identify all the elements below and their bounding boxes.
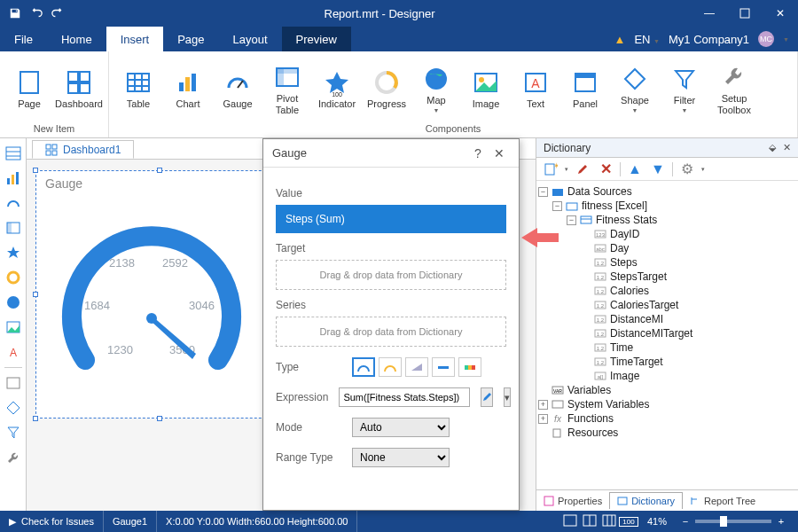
lang-selector[interactable]: EN ▼ <box>634 33 660 46</box>
dict-new-icon[interactable]: ✶ <box>542 160 559 178</box>
dict-tab-dictionary[interactable]: Dictionary <box>609 492 683 509</box>
tree-node[interactable]: 1.2Time <box>538 340 796 355</box>
tool-text-icon[interactable]: A <box>4 342 23 362</box>
panel-close-icon[interactable]: ✕ <box>783 142 791 153</box>
tab-page[interactable]: Page <box>163 27 218 51</box>
value-field[interactable]: Steps (Sum) <box>276 205 506 233</box>
ribbon-gauge[interactable]: Gauge <box>215 55 260 123</box>
ribbon-indicator[interactable]: 100Indicator <box>315 55 359 123</box>
ribbon-filter[interactable]: Filter▼ <box>662 55 707 123</box>
tree-node[interactable]: +System Variables <box>538 397 796 411</box>
maximize-button[interactable] <box>727 0 763 27</box>
chevron-down-icon[interactable]: ▾ <box>565 166 568 173</box>
gauge-type-half[interactable] <box>379 357 402 377</box>
tool-shape-icon[interactable] <box>4 398 23 418</box>
tab-insert[interactable]: Insert <box>106 27 164 51</box>
chevron-down-icon[interactable]: ▾ <box>701 166 705 173</box>
ribbon-text[interactable]: AText <box>513 55 558 123</box>
dict-tab-reporttree[interactable]: Report Tree <box>683 493 763 509</box>
tool-image-icon[interactable] <box>4 317 23 337</box>
gauge-type-full[interactable] <box>352 357 375 377</box>
tool-table-icon[interactable] <box>4 144 23 163</box>
tree-node[interactable]: 1.2CaloriesTarget <box>538 298 796 312</box>
tool-indicator-icon[interactable] <box>4 243 23 262</box>
series-dropzone[interactable]: Drag & drop data from Dictionary <box>276 317 506 347</box>
ribbon-map[interactable]: Map▼ <box>414 55 458 123</box>
target-dropzone[interactable]: Drag & drop data from Dictionary <box>276 260 506 290</box>
avatar[interactable]: MC <box>758 31 774 47</box>
tool-pivot-icon[interactable] <box>4 218 23 238</box>
ribbon-pivot[interactable]: Pivot Table <box>265 55 309 123</box>
edit-expression-icon[interactable] <box>481 387 493 407</box>
minimize-button[interactable]: — <box>692 0 727 27</box>
tree-node[interactable]: 123DayID <box>538 227 796 241</box>
ribbon-page[interactable]: Page <box>7 55 51 123</box>
ribbon-dashboard[interactable]: Dashboard <box>57 55 101 123</box>
bell-icon[interactable]: ▲ <box>614 33 626 46</box>
range-select[interactable]: None <box>352 448 450 467</box>
help-icon[interactable]: ? <box>467 146 489 160</box>
close-button[interactable]: ✕ <box>763 0 798 27</box>
ribbon-shape[interactable]: Shape▼ <box>613 55 657 123</box>
dict-up-icon[interactable]: ▲ <box>626 160 644 178</box>
ribbon-table[interactable]: Table <box>116 55 160 123</box>
unit-in-icon[interactable] <box>599 514 619 528</box>
dict-edit-icon[interactable] <box>574 160 591 178</box>
tree-node[interactable]: abcDay <box>538 241 796 255</box>
tree-node[interactable]: −Data Sources <box>538 184 796 199</box>
gauge-type-linear2[interactable] <box>432 357 455 377</box>
tool-chart-icon[interactable] <box>4 168 23 188</box>
unit-px-icon[interactable]: 100 <box>619 517 638 527</box>
tab-file[interactable]: File <box>0 27 47 51</box>
unit-cm-icon[interactable] <box>580 514 599 528</box>
gauge-widget[interactable]: Gauge 1230 1684 2138 2592 3046 3500 <box>35 170 284 419</box>
close-icon[interactable]: ✕ <box>489 146 510 160</box>
pin-icon[interactable]: ⬙ <box>769 142 776 153</box>
tree-node[interactable]: 1.2Steps <box>538 255 796 270</box>
tool-panel-icon[interactable] <box>4 373 23 393</box>
zoom-out-button[interactable]: − <box>676 516 695 527</box>
ribbon-progress[interactable]: Progress <box>364 55 409 123</box>
user-name[interactable]: My1 Company1 <box>669 33 749 46</box>
dict-down-icon[interactable]: ▼ <box>649 160 667 178</box>
tree-node[interactable]: Resources <box>538 426 796 440</box>
tree-node[interactable]: a[]Image <box>538 369 796 383</box>
redo-icon[interactable] <box>48 4 67 23</box>
tab-home[interactable]: Home <box>47 27 106 51</box>
tree-node[interactable]: 1.2DistanceMITarget <box>538 326 796 340</box>
gauge-type-bullet[interactable] <box>458 357 481 377</box>
tree-node[interactable]: 1.2DistanceMI <box>538 312 796 326</box>
tree-node[interactable]: 1.2StepsTarget <box>538 270 796 284</box>
tool-progress-icon[interactable] <box>4 268 23 287</box>
tab-preview[interactable]: Preview <box>282 27 351 51</box>
tab-layout[interactable]: Layout <box>219 27 282 51</box>
ribbon-chart[interactable]: Chart <box>166 55 210 123</box>
ribbon-panel[interactable]: Panel <box>563 55 607 123</box>
undo-icon[interactable] <box>27 4 46 23</box>
tree-node[interactable]: +fxFunctions <box>538 411 796 426</box>
save-icon[interactable] <box>5 4 25 23</box>
tree-node[interactable]: 1.2Calories <box>538 284 796 298</box>
zoom-in-button[interactable]: + <box>771 516 791 527</box>
zoom-slider[interactable] <box>695 520 771 523</box>
unit-hund-icon[interactable] <box>560 514 580 528</box>
ribbon-setup-toolbox[interactable]: Setup Toolbox <box>712 55 756 123</box>
tool-settings-icon[interactable] <box>4 448 23 467</box>
dict-tab-properties[interactable]: Properties <box>536 493 609 509</box>
tool-gauge-icon[interactable] <box>4 193 23 213</box>
tree-node[interactable]: 1.2TimeTarget <box>538 355 796 369</box>
doc-tab-dashboard1[interactable]: Dashboard1 <box>32 140 134 159</box>
dict-delete-icon[interactable]: ✕ <box>597 160 614 178</box>
expression-input[interactable] <box>339 387 470 407</box>
tool-filter-icon[interactable] <box>4 423 23 442</box>
mode-select[interactable]: Auto <box>352 418 450 437</box>
user-dropdown-icon[interactable]: ▼ <box>783 36 789 43</box>
expression-dropdown-icon[interactable]: ▾ <box>504 387 511 407</box>
gauge-type-linear1[interactable] <box>405 357 428 377</box>
tool-map-icon[interactable] <box>4 293 23 312</box>
tree-node[interactable]: −fitness [Excel] <box>538 199 796 213</box>
tree-node[interactable]: −Fitness Stats <box>538 213 796 227</box>
tree-node[interactable]: VARVariables <box>538 383 796 397</box>
ribbon-image[interactable]: Image <box>464 55 508 123</box>
check-issues-button[interactable]: ▶ Check for Issues <box>0 511 104 532</box>
